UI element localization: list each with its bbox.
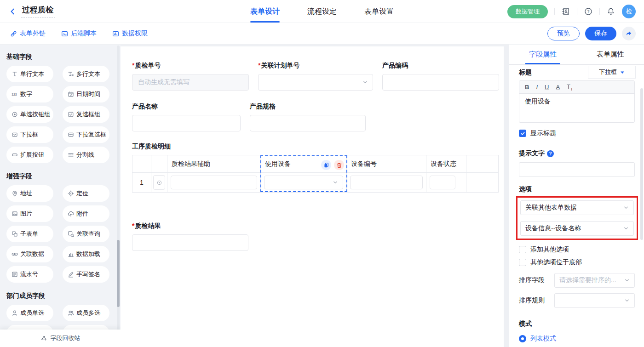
- field-item-attachment[interactable]: 附件: [63, 205, 109, 222]
- underline-button[interactable]: U: [545, 84, 549, 91]
- show-title-checkbox-row[interactable]: 显示标题: [519, 129, 635, 137]
- field-item-multi-select[interactable]: 下拉复选框: [63, 126, 109, 143]
- external-link-button[interactable]: 表单外链: [10, 29, 46, 38]
- bold-button[interactable]: B: [525, 84, 529, 91]
- option-field-select[interactable]: 设备信息--设备名称: [520, 221, 634, 236]
- user-avatar[interactable]: 检: [622, 5, 636, 18]
- hint-input[interactable]: [519, 162, 635, 177]
- svg-text:123: 123: [12, 93, 17, 96]
- tab-form-properties[interactable]: 表单属性: [577, 45, 644, 64]
- tab-field-properties[interactable]: 字段属性: [509, 45, 577, 64]
- sort-field-select[interactable]: 请选择需要排序的...: [554, 273, 635, 288]
- field-plan-no[interactable]: *关联计划单号: [258, 62, 373, 91]
- italic-button[interactable]: I: [536, 84, 538, 91]
- checkbox-unchecked-icon[interactable]: [519, 259, 526, 266]
- field-item-data-load[interactable]: 数据加载: [63, 246, 109, 262]
- link-icon: [10, 30, 17, 37]
- field-item-select[interactable]: 下拉框: [6, 126, 53, 143]
- hint-label: 提示文字: [519, 149, 545, 158]
- tab-flow-setting[interactable]: 流程设定: [306, 0, 338, 23]
- device-no-cell: [346, 173, 426, 192]
- row-drag-handle[interactable]: [153, 175, 165, 190]
- field-item-image[interactable]: 图片: [6, 205, 53, 222]
- member-single-icon: [12, 310, 18, 316]
- sidebar-scrollbar-thumb[interactable]: [117, 240, 120, 307]
- radio-selected-icon[interactable]: [519, 335, 526, 342]
- checkbox-unchecked-icon[interactable]: [519, 246, 526, 253]
- result-input[interactable]: [132, 234, 248, 251]
- plan-no-select[interactable]: [258, 74, 373, 91]
- field-item-signature[interactable]: 手写签名: [63, 266, 109, 283]
- field-item-linked-data[interactable]: 关联数据: [6, 246, 53, 262]
- title-editor-content[interactable]: 使用设备: [519, 94, 634, 122]
- sort-rule-select[interactable]: [554, 293, 635, 308]
- field-type-select[interactable]: 下拉框: [588, 66, 636, 79]
- field-item-single-line-text[interactable]: 单行文本: [6, 66, 53, 82]
- field-product-name[interactable]: 产品名称: [132, 102, 241, 131]
- field-item-datetime[interactable]: 日期时间: [63, 86, 109, 102]
- font-size-button[interactable]: TT: [567, 83, 573, 91]
- other-option-bottom-row[interactable]: 其他选项位于底部: [519, 258, 635, 267]
- field-product-code[interactable]: 产品编码: [382, 62, 499, 91]
- tab-form-design[interactable]: 表单设计: [249, 0, 281, 23]
- used-device-select[interactable]: [264, 176, 343, 189]
- device-status-input[interactable]: [430, 176, 455, 189]
- device-no-input[interactable]: [350, 176, 423, 189]
- field-item-subform[interactable]: 子表单: [6, 226, 53, 242]
- subtable-column-device-status[interactable]: 设备状态: [426, 155, 466, 173]
- panel-scrollbar-thumb[interactable]: [640, 88, 643, 240]
- subtable-title: 工序质检明细: [132, 142, 504, 151]
- chevron-down-icon: [362, 80, 368, 85]
- row-number: 1: [132, 173, 151, 192]
- back-icon[interactable]: [9, 8, 17, 15]
- field-item-divider[interactable]: 分割线: [63, 147, 109, 163]
- subtable-header-cell: [466, 155, 498, 173]
- field-item-radio-group[interactable]: 单选按钮组: [6, 106, 53, 123]
- mode-list-radio[interactable]: 列表模式: [519, 335, 635, 343]
- question-icon[interactable]: ?: [547, 150, 554, 157]
- data-manage-button[interactable]: 数据管理: [507, 5, 548, 18]
- field-item-member-multi[interactable]: 成员多选: [63, 305, 109, 321]
- address-icon: [12, 190, 18, 197]
- field-item-multi-line-text[interactable]: 多行文本: [63, 66, 109, 82]
- product-code-input[interactable]: [382, 74, 499, 91]
- field-item-number[interactable]: 123数字: [6, 86, 53, 102]
- page-title[interactable]: 过程质检: [21, 5, 55, 18]
- field-item-locate[interactable]: 定位: [63, 185, 109, 202]
- add-other-option-row[interactable]: 添加其他选项: [519, 245, 635, 254]
- field-item-linked-query[interactable]: 关联查询: [63, 226, 109, 242]
- help-icon[interactable]: ?: [584, 7, 593, 16]
- delete-column-button[interactable]: [334, 160, 344, 170]
- option-source-select[interactable]: 关联其他表单数据: [520, 200, 634, 215]
- editor-toolbar: B I U A TT: [519, 81, 634, 94]
- field-result[interactable]: *质检结果: [132, 222, 248, 251]
- bell-icon[interactable]: [606, 7, 615, 16]
- field-recycle-bin[interactable]: 字段回收站: [0, 330, 121, 347]
- field-product-spec[interactable]: 产品规格: [250, 102, 366, 131]
- product-name-input[interactable]: [132, 115, 241, 131]
- font-color-button[interactable]: A: [556, 84, 560, 91]
- subtable-column-aux-result[interactable]: 质检结果辅助: [167, 155, 260, 173]
- inspection-no-input[interactable]: 自动生成无需填写: [132, 74, 249, 91]
- field-item-member-single[interactable]: 成员单选: [6, 305, 53, 321]
- aux-result-input[interactable]: [171, 176, 257, 189]
- subtable: 质检结果辅助 使用设备 设备编号 设备状态 1: [132, 155, 499, 193]
- share-button[interactable]: [622, 27, 636, 40]
- tab-form-setting[interactable]: 表单设置: [363, 0, 395, 23]
- sort-rule-row: 排序规则: [519, 293, 635, 308]
- backend-script-button[interactable]: 后端脚本: [61, 29, 97, 38]
- copy-column-button[interactable]: [321, 160, 331, 170]
- contacts-icon[interactable]: [561, 7, 570, 16]
- checkbox-checked-icon[interactable]: [519, 130, 526, 137]
- subtable-column-device-no[interactable]: 设备编号: [346, 155, 426, 173]
- product-spec-input[interactable]: [250, 115, 366, 131]
- data-permission-button[interactable]: 数据权限: [112, 29, 148, 38]
- field-item-address[interactable]: 地址: [6, 185, 53, 202]
- chevron-down-icon: [623, 226, 629, 231]
- field-item-extend-button[interactable]: 扩展按钮: [6, 147, 53, 163]
- field-inspection-no[interactable]: *质检单号 自动生成无需填写: [132, 62, 249, 91]
- field-item-serial-number[interactable]: 流水号: [6, 266, 53, 283]
- save-button[interactable]: 保存: [585, 27, 616, 40]
- field-item-checkbox-group[interactable]: 复选框组: [63, 106, 109, 123]
- preview-button[interactable]: 预览: [547, 27, 580, 40]
